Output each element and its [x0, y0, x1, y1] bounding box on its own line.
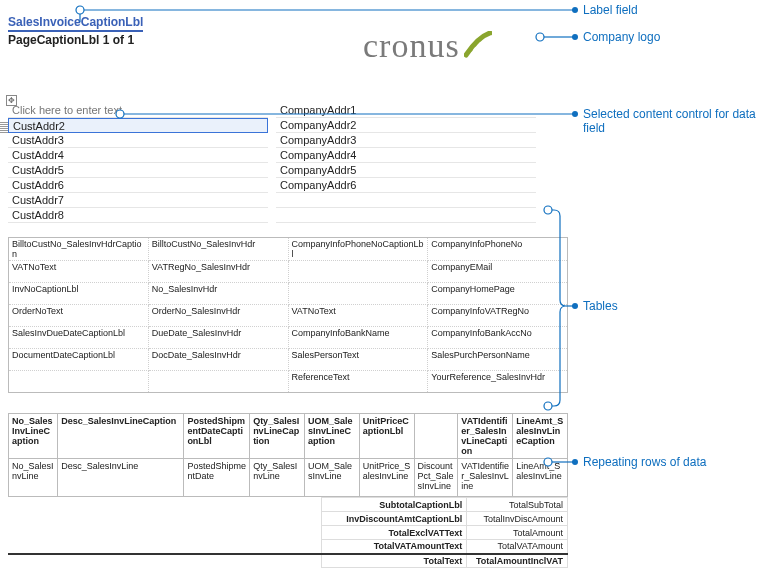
info-cell: No_SalesInvHdr — [148, 283, 288, 305]
info-cell: DueDate_SalesInvHdr — [148, 327, 288, 349]
svg-point-3 — [76, 6, 84, 14]
company-addr-4: CompanyAddr4 — [276, 148, 536, 163]
info-cell: OrderNoText — [9, 305, 149, 327]
callout-selected-content-control: Selected content control for data field — [583, 107, 773, 135]
info-cell: SalesPurchPersonName — [428, 349, 568, 371]
info-cell — [288, 261, 428, 283]
company-logo: cronus — [363, 27, 492, 65]
company-addr-1: CompanyAddr1 — [276, 103, 536, 118]
company-addr-8 — [276, 208, 536, 223]
info-cell: BilltoCustNo_SalesInvHdrCaption — [9, 238, 149, 261]
callout-company-logo: Company logo — [583, 30, 660, 44]
total-label: SubtotalCaptionLbl — [321, 498, 466, 512]
info-cell: ReferenceText — [288, 371, 428, 393]
info-cell — [288, 283, 428, 305]
info-cell: CompanyInfoBankName — [288, 327, 428, 349]
lines-cell: No_SalesInvLine — [9, 459, 58, 497]
svg-point-1 — [473, 44, 476, 47]
info-cell: OrderNo_SalesInvHdr — [148, 305, 288, 327]
company-addr-5: CompanyAddr5 — [276, 163, 536, 178]
cust-addr-2[interactable]: CustAddr2 — [8, 118, 268, 133]
info-cell: CompanyHomePage — [428, 283, 568, 305]
total-value: TotalSubTotal — [467, 498, 568, 512]
callout-repeating-rows: Repeating rows of data — [583, 455, 706, 469]
company-addr-6: CompanyAddr6 — [276, 178, 536, 193]
info-cell: VATRegNo_SalesInvHdr — [148, 261, 288, 283]
lines-header: Desc_SalesInvLineCaption — [58, 414, 184, 459]
total-label: InvDiscountAmtCaptionLbl — [321, 512, 466, 526]
lines-cell: DiscountPct_SalesInvLine — [414, 459, 458, 497]
svg-point-10 — [572, 303, 578, 309]
company-addr-2: CompanyAddr2 — [276, 118, 536, 133]
total-value: TotalVATAmount — [467, 540, 568, 554]
info-cell: VATNoText — [9, 261, 149, 283]
table-row: No_SalesInvLineDesc_SalesInvLinePostedSh… — [9, 459, 568, 497]
total-label: TotalVATAmountText — [321, 540, 466, 554]
lines-header — [414, 414, 458, 459]
report-title-label: SalesInvoiceCaptionLbl — [8, 15, 143, 32]
page-of: of — [113, 33, 124, 47]
svg-point-0 — [469, 49, 472, 52]
page-caption-label: PageCaptionLbl — [8, 33, 99, 47]
lines-header: LineAmt_SalesInvLineCaption — [513, 414, 568, 459]
lines-cell: VATIdentifier_SalesInvLine — [458, 459, 513, 497]
company-addr-3: CompanyAddr3 — [276, 133, 536, 148]
info-cell: DocumentDateCaptionLbl — [9, 349, 149, 371]
address-block: Click here to enter text.CompanyAddr1Cus… — [8, 103, 568, 223]
header-info-table: BilltoCustNo_SalesInvHdrCaptionBilltoCus… — [8, 237, 568, 393]
info-cell: BilltoCustNo_SalesInvHdr — [148, 238, 288, 261]
page-current: 1 — [103, 33, 110, 47]
info-cell: VATNoText — [288, 305, 428, 327]
lines-header: UnitPriceCaptionLbl — [359, 414, 414, 459]
svg-point-4 — [572, 7, 578, 13]
info-cell: InvNoCaptionLbl — [9, 283, 149, 305]
info-cell — [148, 371, 288, 393]
info-cell: CompanyInfoPhoneNoCaptionLbl — [288, 238, 428, 261]
cust-addr-4: CustAddr4 — [8, 148, 268, 163]
row-grip-icon[interactable] — [0, 121, 8, 133]
info-cell: CompanyInfoVATRegNo — [428, 305, 568, 327]
info-cell: SalesInvDueDateCaptionLbl — [9, 327, 149, 349]
cust-addr-8: CustAddr8 — [8, 208, 268, 223]
lines-header: VATIdentifier_SalesInvLineCaption — [458, 414, 513, 459]
svg-point-9 — [572, 111, 578, 117]
info-cell: YourReference_SalesInvHdr — [428, 371, 568, 393]
cust-addr-1[interactable]: Click here to enter text. — [8, 103, 268, 118]
info-cell — [9, 371, 149, 393]
lines-cell: Qty_SalesInvLine — [250, 459, 305, 497]
lines-cell: LineAmt_SalesInvLine — [513, 459, 568, 497]
svg-point-2 — [478, 39, 481, 42]
info-cell: SalesPersonText — [288, 349, 428, 371]
lines-cell: Desc_SalesInvLine — [58, 459, 184, 497]
lines-table: No_SalesInvLineCaptionDesc_SalesInvLineC… — [8, 413, 568, 497]
info-cell: DocDate_SalesInvHdr — [148, 349, 288, 371]
lines-header: No_SalesInvLineCaption — [9, 414, 58, 459]
lines-header: UOM_SalesInvLineCaption — [304, 414, 359, 459]
total-value: TotalAmountInclVAT — [467, 554, 568, 568]
cust-addr-6: CustAddr6 — [8, 178, 268, 193]
lines-header: PostedShipmentDateCaptionLbl — [184, 414, 250, 459]
totals-table: SubtotalCaptionLblTotalSubTotalInvDiscou… — [8, 497, 568, 568]
lines-cell: UOM_SalesInvLine — [304, 459, 359, 497]
total-value: TotalInvDiscAmount — [467, 512, 568, 526]
cust-addr-7: CustAddr7 — [8, 193, 268, 208]
info-cell: CompanyInfoBankAccNo — [428, 327, 568, 349]
table-move-handle-icon[interactable]: ✥ — [6, 95, 17, 106]
company-addr-7 — [276, 193, 536, 208]
page-total: 1 — [127, 33, 134, 47]
total-label: TotalExclVATText — [321, 526, 466, 540]
svg-point-14 — [572, 459, 578, 465]
lines-header: Qty_SalesInvLineCaption — [250, 414, 305, 459]
company-logo-text: cronus — [363, 27, 460, 65]
total-label: TotalText — [321, 554, 466, 568]
swoosh-icon — [464, 31, 492, 61]
lines-cell: PostedShipmentDate — [184, 459, 250, 497]
lines-cell: UnitPrice_SalesInvLine — [359, 459, 414, 497]
info-cell: CompanyEMail — [428, 261, 568, 283]
callout-tables: Tables — [583, 299, 618, 313]
cust-addr-3: CustAddr3 — [8, 133, 268, 148]
cust-addr-5: CustAddr5 — [8, 163, 268, 178]
svg-point-7 — [572, 34, 578, 40]
document-area: SalesInvoiceCaptionLbl PageCaptionLbl 1 … — [8, 15, 568, 568]
info-cell: CompanyInfoPhoneNo — [428, 238, 568, 261]
